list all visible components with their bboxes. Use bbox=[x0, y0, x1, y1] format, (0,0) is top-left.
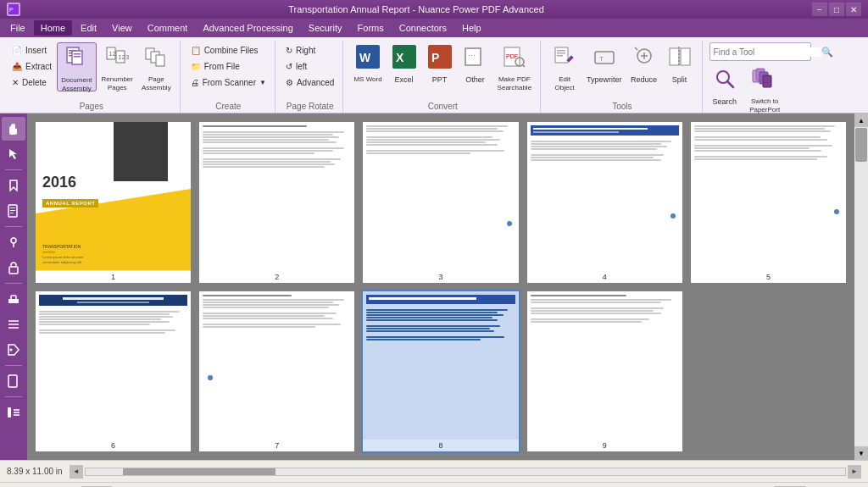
search-label: Search bbox=[713, 97, 737, 107]
stamp-tool[interactable] bbox=[2, 287, 25, 311]
page-5-preview bbox=[691, 122, 846, 271]
switch-to-paperport-button[interactable]: Switch to PaperPort bbox=[743, 64, 786, 113]
document-assembly-button[interactable]: Document Assembly bbox=[57, 42, 96, 91]
toolbar-sep-1 bbox=[5, 169, 22, 170]
other-button[interactable]: ⋯ Other bbox=[459, 42, 492, 91]
from-file-button[interactable]: 📁 From File bbox=[187, 58, 270, 74]
left-button[interactable]: ↺ left bbox=[282, 58, 337, 74]
from-scanner-button[interactable]: 🖨 From Scanner ▼ bbox=[187, 75, 270, 90]
reduce-button[interactable]: Reduce bbox=[627, 42, 661, 91]
page-assembly-icon bbox=[144, 45, 168, 74]
rotate-group-content: ↻ Right ↺ left ⚙ Advanced bbox=[282, 42, 337, 100]
search-group-content: 🔍 Search bbox=[709, 42, 811, 113]
lines-tool[interactable] bbox=[2, 313, 25, 336]
svg-rect-30 bbox=[557, 53, 565, 54]
menu-comment[interactable]: Comment bbox=[141, 20, 195, 36]
page-1-preview: 2016 ANNUAL REPORT TRANSPORTATION■■■■■Lo… bbox=[36, 122, 191, 271]
svg-text:PDF: PDF bbox=[506, 53, 518, 59]
make-searchable-label: Make PDF Searchable bbox=[498, 75, 531, 91]
sidebar-toggle[interactable] bbox=[2, 401, 25, 424]
tag-tool[interactable] bbox=[2, 338, 25, 362]
page-thumb-7[interactable]: 7 bbox=[199, 291, 354, 452]
search-button[interactable]: Search bbox=[709, 64, 741, 113]
page-assembly-button[interactable]: Page Assembly bbox=[138, 42, 175, 91]
from-file-icon: 📁 bbox=[191, 62, 201, 71]
page-thumb-3[interactable]: 3 bbox=[363, 122, 518, 283]
minimize-button[interactable]: − bbox=[812, 3, 827, 16]
cursor-tool[interactable] bbox=[2, 142, 25, 166]
lock-tool[interactable] bbox=[2, 256, 25, 279]
edit-object-button[interactable]: Edit Object bbox=[548, 42, 581, 91]
renumber-pages-button[interactable]: 123 123 Renumber Pages bbox=[98, 42, 136, 91]
create-col: 📋 Combine Files 📁 From File 🖨 From Scann… bbox=[187, 42, 270, 90]
text-page-8 bbox=[363, 291, 518, 440]
document-assembly-icon bbox=[64, 46, 88, 75]
cover-brand: TRANSPORTATION■■■■■Lorem ipsum dolor sit… bbox=[42, 244, 83, 264]
scroll-down-btn[interactable]: ▼ bbox=[854, 446, 868, 460]
svg-rect-48 bbox=[10, 210, 15, 211]
document-assembly-label: Document Assembly bbox=[61, 76, 92, 92]
reduce-icon bbox=[632, 45, 656, 74]
svg-point-59 bbox=[10, 349, 13, 351]
excel-button[interactable]: X Excel bbox=[387, 42, 421, 91]
find-tool-box[interactable]: 🔍 bbox=[709, 42, 811, 61]
page-assembly-label: Page Assembly bbox=[142, 75, 171, 91]
maximize-button[interactable]: □ bbox=[829, 3, 844, 16]
split-label: Split bbox=[672, 75, 687, 85]
page-3-dot bbox=[507, 221, 512, 226]
blank-page-tool[interactable] bbox=[2, 369, 25, 393]
page-4-num: 4 bbox=[527, 271, 682, 283]
bookmark-tool[interactable] bbox=[2, 174, 25, 197]
menu-file[interactable]: File bbox=[3, 20, 32, 36]
combine-files-button[interactable]: 📋 Combine Files bbox=[187, 42, 270, 58]
scroll-thumb-right[interactable] bbox=[855, 128, 867, 162]
menu-edit[interactable]: Edit bbox=[74, 20, 103, 36]
other-label: Other bbox=[465, 75, 485, 85]
svg-text:X: X bbox=[396, 51, 404, 64]
page-tool[interactable] bbox=[2, 199, 25, 223]
menu-connectors[interactable]: Connectors bbox=[392, 20, 453, 36]
menu-home[interactable]: Home bbox=[34, 20, 72, 36]
scroll-right-btn[interactable]: ► bbox=[848, 465, 861, 479]
toolbar-sep-2 bbox=[5, 226, 22, 227]
page-thumb-6[interactable]: 6 bbox=[36, 291, 191, 452]
menu-security[interactable]: Security bbox=[302, 20, 349, 36]
right-button[interactable]: ↻ Right bbox=[282, 42, 337, 58]
menu-forms[interactable]: Forms bbox=[351, 20, 391, 36]
main-area: 2016 ANNUAL REPORT TRANSPORTATION■■■■■Lo… bbox=[0, 113, 868, 460]
search-icon bbox=[713, 67, 737, 96]
page-thumb-4[interactable]: 4 bbox=[527, 122, 682, 283]
extract-button[interactable]: 📤 Extract bbox=[8, 58, 55, 74]
page-thumb-5[interactable]: 5 bbox=[691, 122, 846, 283]
page-thumb-1[interactable]: 2016 ANNUAL REPORT TRANSPORTATION■■■■■Lo… bbox=[36, 122, 191, 283]
tools-label: Tools bbox=[612, 102, 632, 113]
typewriter-button[interactable]: T Typewriter bbox=[583, 42, 626, 91]
page-thumb-2[interactable]: 2 bbox=[199, 122, 354, 283]
svg-rect-15 bbox=[156, 55, 164, 66]
renumber-pages-label: Renumber Pages bbox=[102, 75, 133, 91]
menu-view[interactable]: View bbox=[105, 20, 139, 36]
split-button[interactable]: Split bbox=[663, 42, 697, 91]
word-button[interactable]: W MS Word bbox=[350, 42, 385, 91]
page-6-num: 6 bbox=[36, 440, 191, 451]
toolbar-sep-5 bbox=[5, 396, 22, 397]
scroll-up-btn[interactable]: ▲ bbox=[854, 113, 868, 127]
find-tool-input[interactable] bbox=[714, 47, 821, 57]
hand-tool[interactable] bbox=[2, 117, 25, 141]
make-pdf-searchable-button[interactable]: PDF Make PDF Searchable bbox=[494, 42, 535, 91]
page-thumb-9[interactable]: 9 bbox=[527, 291, 682, 452]
scroll-left-btn[interactable]: ◄ bbox=[70, 465, 83, 479]
page-4-dot bbox=[670, 213, 676, 219]
menu-help[interactable]: Help bbox=[455, 20, 488, 36]
svg-rect-7 bbox=[74, 53, 81, 55]
menu-advanced-processing[interactable]: Advanced Processing bbox=[196, 20, 299, 36]
advanced-button[interactable]: ⚙ Advanced bbox=[282, 75, 337, 90]
delete-button[interactable]: ✕ Delete bbox=[8, 75, 55, 90]
scroll-right[interactable]: ▲ ▼ bbox=[854, 113, 868, 460]
close-button[interactable]: ✕ bbox=[846, 3, 861, 16]
insert-button[interactable]: 📄 Insert bbox=[8, 42, 55, 58]
svg-rect-45 bbox=[763, 75, 771, 87]
ppt-button[interactable]: P PPT bbox=[423, 42, 457, 91]
pin-tool[interactable] bbox=[2, 230, 25, 254]
page-thumb-8[interactable]: 8 bbox=[363, 291, 518, 452]
